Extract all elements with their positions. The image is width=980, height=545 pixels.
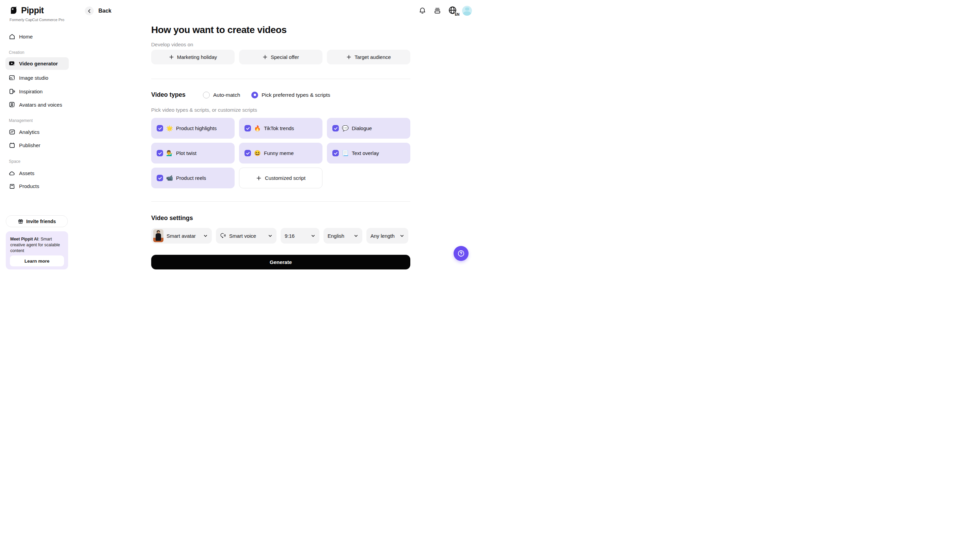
back-button[interactable] <box>85 6 94 15</box>
gift-icon <box>18 218 24 224</box>
add-marketing-holiday-button[interactable]: Marketing holiday <box>151 50 235 64</box>
sidebar-item-label: Inspiration <box>19 89 43 94</box>
dropdown-value: Smart voice <box>229 233 256 239</box>
option-emoji: 📹 <box>166 175 173 181</box>
plus-icon <box>256 175 261 181</box>
sidebar: Pippit Formerly CapCut Commerce Pro Home… <box>0 0 74 272</box>
section-label-management: Management <box>9 118 33 123</box>
sidebar-item-assets[interactable]: Assets <box>5 167 69 180</box>
promo-text-bold: Meet Pippit AI <box>10 237 38 242</box>
publisher-icon <box>9 142 15 148</box>
checkbox-checked-icon <box>332 150 339 156</box>
language-code: EN <box>455 13 460 16</box>
option-plot-twist[interactable]: 💁‍♂️ Plot twist <box>151 143 235 164</box>
add-special-offer-button[interactable]: Special offer <box>239 50 323 64</box>
aspect-ratio-dropdown[interactable]: 9:16 <box>281 228 320 244</box>
stack-inbox-icon[interactable] <box>433 7 441 14</box>
sidebar-item-label: Avatars and voices <box>19 102 62 108</box>
divider <box>151 201 410 202</box>
radio-label: Auto-match <box>213 92 240 98</box>
video-length-dropdown[interactable]: Any length <box>366 228 408 244</box>
smart-voice-dropdown[interactable]: Smart voice <box>216 228 277 244</box>
video-type-options-grid: 🌟 Product highlights 🔥 TikTok trends 💬 D… <box>151 118 410 188</box>
checkbox-checked-icon <box>157 125 163 131</box>
option-emoji: 📃 <box>342 151 349 156</box>
page-title: How you want to create videos <box>151 24 287 35</box>
sidebar-item-inspiration[interactable]: Inspiration <box>5 85 69 98</box>
section-label-space: Space <box>9 159 21 164</box>
voice-speaking-icon <box>220 233 226 239</box>
develop-options-row: Marketing holiday Special offer Target a… <box>151 50 410 64</box>
user-avatar[interactable] <box>462 6 472 16</box>
dropdown-value: 9:16 <box>285 233 294 239</box>
develop-videos-on-label: Develop videos on <box>151 41 193 47</box>
sidebar-item-video-generator[interactable]: Video generator <box>5 57 69 70</box>
option-label: Text overlay <box>352 150 379 156</box>
option-label: Product reels <box>176 175 206 181</box>
smart-avatar-dropdown[interactable]: Smart avatar <box>151 228 212 244</box>
notifications-bell-icon[interactable] <box>418 7 426 14</box>
customized-script-button[interactable]: Customized script <box>239 167 323 188</box>
inspiration-icon <box>9 88 15 95</box>
sidebar-item-analytics[interactable]: Analytics <box>5 126 69 138</box>
option-label: TikTok trends <box>264 125 294 131</box>
pippit-logo-icon <box>10 6 18 15</box>
option-label: Plot twist <box>176 150 196 156</box>
sidebar-item-products[interactable]: Products <box>5 180 69 193</box>
radio-on-icon <box>251 92 258 99</box>
develop-option-label: Marketing holiday <box>177 54 217 60</box>
pippit-app: Pippit Formerly CapCut Commerce Pro Home… <box>0 0 490 272</box>
option-product-reels[interactable]: 📹 Product reels <box>151 167 235 188</box>
sidebar-item-label: Publisher <box>19 142 41 148</box>
dropdown-value: Smart avatar <box>167 233 196 239</box>
analytics-icon <box>9 129 15 135</box>
plus-icon <box>262 54 268 60</box>
radio-label: Pick preferred types & scripts <box>261 92 330 98</box>
develop-option-label: Target audience <box>355 54 391 60</box>
app-name: Pippit <box>21 5 44 15</box>
option-funny-meme[interactable]: 😆 Funny meme <box>239 143 323 164</box>
pippit-ai-promo-card: Meet Pippit AI: Smart creative agent for… <box>6 231 68 269</box>
option-label: Dialogue <box>352 125 372 131</box>
radio-auto-match[interactable]: Auto-match <box>203 92 240 99</box>
checkbox-checked-icon <box>245 150 251 156</box>
avatar-head-shape <box>465 8 469 11</box>
chevron-down-icon <box>268 234 272 238</box>
home-icon <box>9 33 15 40</box>
sidebar-item-publisher[interactable]: Publisher <box>5 139 69 151</box>
video-generator-icon <box>9 60 15 67</box>
language-globe-icon[interactable]: EN <box>448 6 458 16</box>
sidebar-item-avatars-and-voices[interactable]: Avatars and voices <box>5 99 69 111</box>
invite-friends-button[interactable]: Invite friends <box>6 215 68 227</box>
sidebar-item-image-studio[interactable]: Image studio <box>5 72 69 84</box>
option-emoji: 💬 <box>342 126 349 131</box>
video-settings-row: Smart avatar Smart voice 9:16 English An… <box>151 228 408 244</box>
language-dropdown[interactable]: English <box>323 228 362 244</box>
sidebar-item-home[interactable]: Home <box>5 30 69 43</box>
products-bag-icon <box>9 183 15 190</box>
invite-friends-label: Invite friends <box>26 219 56 224</box>
radio-pick-preferred[interactable]: Pick preferred types & scripts <box>251 92 330 99</box>
plus-icon <box>169 54 174 60</box>
chevron-down-icon <box>354 234 358 238</box>
app-tagline: Formerly CapCut Commerce Pro <box>10 18 64 22</box>
sidebar-item-label: Image studio <box>19 75 48 81</box>
add-target-audience-button[interactable]: Target audience <box>327 50 410 64</box>
main-content: How you want to create videos Develop vi… <box>151 0 410 272</box>
avatar-thumbnail <box>153 229 164 242</box>
help-button[interactable] <box>453 246 469 261</box>
checkbox-checked-icon <box>245 125 251 131</box>
image-studio-icon <box>9 75 15 81</box>
sidebar-item-label: Analytics <box>19 129 40 135</box>
checkbox-checked-icon <box>157 150 163 156</box>
divider <box>151 79 410 79</box>
option-text-overlay[interactable]: 📃 Text overlay <box>327 143 410 164</box>
learn-more-button[interactable]: Learn more <box>10 255 64 266</box>
chevron-down-icon <box>203 234 208 238</box>
option-tiktok-trends[interactable]: 🔥 TikTok trends <box>239 118 323 139</box>
radio-off-icon <box>203 92 210 99</box>
option-dialogue[interactable]: 💬 Dialogue <box>327 118 410 139</box>
option-product-highlights[interactable]: 🌟 Product highlights <box>151 118 235 139</box>
generate-button[interactable]: Generate <box>151 255 410 269</box>
dropdown-value: Any length <box>371 233 395 239</box>
